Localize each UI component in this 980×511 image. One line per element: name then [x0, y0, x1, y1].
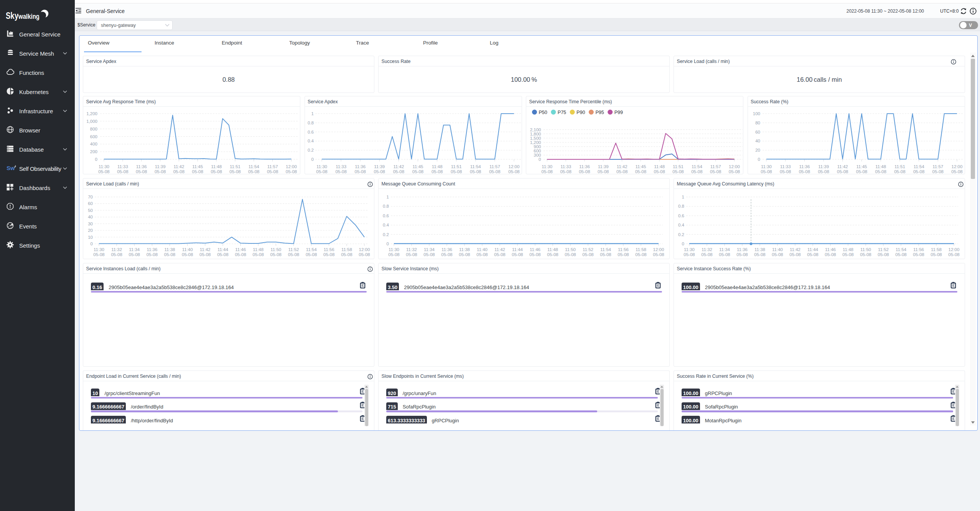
svg-text:11:36: 11:36: [441, 247, 452, 252]
svg-text:0: 0: [682, 241, 684, 246]
svg-text:11:38: 11:38: [754, 247, 765, 252]
svg-text:0.8: 0.8: [308, 121, 314, 125]
svg-text:05-08: 05-08: [931, 252, 942, 257]
svg-text:05-08: 05-08: [406, 252, 417, 257]
svg-text:11:39: 11:39: [818, 164, 829, 169]
svg-text:05-08: 05-08: [913, 169, 924, 174]
svg-text:100: 100: [753, 111, 760, 116]
svg-text:11:34: 11:34: [719, 247, 730, 252]
svg-text:11:45: 11:45: [412, 164, 423, 169]
svg-text:11:34: 11:34: [424, 247, 435, 252]
svg-text:11:30: 11:30: [684, 247, 695, 252]
svg-text:11:51: 11:51: [451, 164, 461, 169]
svg-text:05-08: 05-08: [354, 169, 366, 174]
svg-text:05-08: 05-08: [341, 252, 352, 257]
svg-text:50: 50: [88, 208, 93, 213]
svg-text:05-08: 05-08: [913, 252, 924, 257]
svg-text:11:54: 11:54: [306, 247, 317, 252]
svg-text:05-08: 05-08: [878, 252, 889, 257]
svg-text:11:42: 11:42: [200, 247, 211, 252]
svg-text:400: 400: [90, 142, 97, 146]
svg-text:05-08: 05-08: [235, 252, 246, 257]
svg-text:1,200: 1,200: [86, 111, 97, 116]
svg-text:1,500: 1,500: [530, 136, 541, 141]
svg-text:0: 0: [95, 157, 97, 162]
svg-text:11:44: 11:44: [512, 247, 523, 252]
svg-text:05-08: 05-08: [684, 252, 695, 257]
svg-text:11:30: 11:30: [99, 164, 109, 169]
svg-text:05-08: 05-08: [654, 169, 665, 174]
svg-text:0: 0: [387, 241, 389, 246]
svg-text:P75: P75: [558, 110, 566, 115]
svg-text:05-08: 05-08: [818, 169, 829, 174]
svg-text:05-08: 05-08: [951, 169, 962, 174]
svg-text:P50: P50: [539, 110, 547, 115]
svg-text:11:44: 11:44: [807, 247, 819, 252]
svg-text:11:48: 11:48: [843, 247, 853, 252]
svg-text:11:54: 11:54: [913, 164, 924, 169]
svg-text:12:00: 12:00: [951, 164, 962, 169]
svg-text:05-08: 05-08: [600, 252, 611, 257]
svg-text:05-08: 05-08: [719, 252, 730, 257]
svg-text:10: 10: [88, 235, 93, 240]
svg-text:12:00: 12:00: [359, 247, 370, 252]
svg-text:11:46: 11:46: [530, 247, 540, 252]
svg-text:11:38: 11:38: [459, 247, 470, 252]
svg-text:11:46: 11:46: [235, 247, 246, 252]
svg-text:11:45: 11:45: [192, 164, 203, 169]
svg-text:11:30: 11:30: [542, 164, 552, 169]
svg-text:05-08: 05-08: [470, 169, 481, 174]
svg-text:11:30: 11:30: [94, 247, 104, 252]
svg-text:11:42: 11:42: [173, 164, 184, 169]
svg-text:11:56: 11:56: [913, 247, 924, 252]
svg-text:11:48: 11:48: [547, 247, 558, 252]
svg-text:11:36: 11:36: [136, 164, 147, 169]
svg-text:11:39: 11:39: [374, 164, 385, 169]
svg-text:05-08: 05-08: [856, 169, 867, 174]
svg-text:11:51: 11:51: [894, 164, 905, 169]
svg-text:11:42: 11:42: [494, 247, 505, 252]
svg-text:11:46: 11:46: [825, 247, 836, 252]
svg-text:05-08: 05-08: [789, 252, 800, 257]
svg-text:11:48: 11:48: [432, 164, 442, 169]
svg-text:11:50: 11:50: [860, 247, 871, 252]
svg-text:05-08: 05-08: [252, 252, 264, 257]
svg-text:05-08: 05-08: [494, 252, 505, 257]
svg-text:11:42: 11:42: [790, 247, 800, 252]
svg-text:0.6: 0.6: [308, 130, 314, 134]
svg-text:05-08: 05-08: [736, 252, 748, 257]
svg-text:05-08: 05-08: [875, 169, 886, 174]
svg-text:40: 40: [88, 215, 93, 219]
svg-text:0.2: 0.2: [678, 232, 684, 237]
svg-text:05-08: 05-08: [565, 252, 576, 257]
svg-text:05-08: 05-08: [147, 252, 158, 257]
svg-text:11:48: 11:48: [875, 164, 886, 169]
svg-text:05-08: 05-08: [598, 169, 609, 174]
svg-text:05-08: 05-08: [825, 252, 836, 257]
svg-text:11:58: 11:58: [636, 247, 646, 252]
svg-text:11:40: 11:40: [772, 247, 783, 252]
svg-text:05-08: 05-08: [779, 169, 791, 174]
svg-text:2,100: 2,100: [530, 127, 541, 132]
svg-text:05-08: 05-08: [672, 169, 684, 174]
svg-text:05-08: 05-08: [173, 169, 184, 174]
svg-text:300: 300: [534, 153, 541, 157]
svg-text:05-08: 05-08: [754, 252, 765, 257]
svg-text:05-08: 05-08: [335, 169, 346, 174]
svg-text:60: 60: [88, 201, 93, 206]
svg-text:05-08: 05-08: [837, 169, 848, 174]
svg-text:12:00: 12:00: [949, 247, 960, 252]
svg-text:05-08: 05-08: [117, 169, 128, 174]
svg-text:11:39: 11:39: [155, 164, 166, 169]
svg-text:05-08: 05-08: [136, 169, 147, 174]
svg-text:70: 70: [88, 195, 93, 199]
svg-text:P95: P95: [595, 110, 604, 115]
svg-text:05-08: 05-08: [412, 169, 423, 174]
svg-text:11:42: 11:42: [617, 164, 628, 169]
svg-text:11:48: 11:48: [211, 164, 222, 169]
svg-text:05-08: 05-08: [635, 169, 646, 174]
svg-text:05-08: 05-08: [423, 252, 435, 257]
svg-text:0: 0: [91, 241, 93, 246]
svg-text:05-08: 05-08: [393, 169, 404, 174]
svg-text:1: 1: [311, 111, 313, 116]
